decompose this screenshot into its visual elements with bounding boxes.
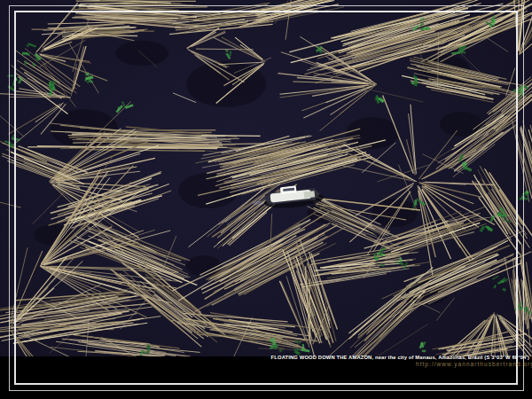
photographer-url: http://www.yannarthusbertrand.org [271,361,532,367]
caption: FLOATING WOOD DOWN THE AMAZON, near the … [271,355,529,367]
boat-stern [304,191,316,198]
boat-wake [252,201,264,206]
photo-caption-title: FLOATING WOOD DOWN THE AMAZON, near the … [271,355,529,361]
wallpaper: FLOATING WOOD DOWN THE AMAZON, near the … [0,0,532,399]
amazon-aerial-photo [0,0,532,399]
